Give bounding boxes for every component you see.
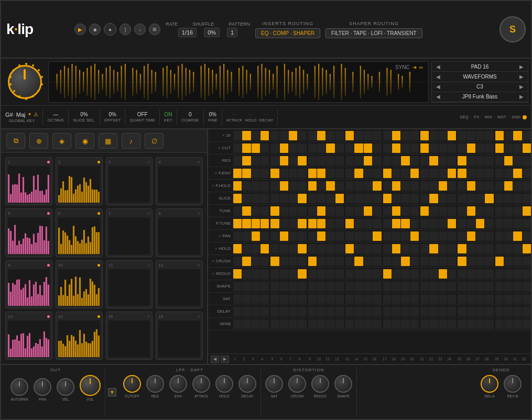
seq-step-6-10[interactable] bbox=[326, 206, 334, 216]
seq-step-2-9[interactable] bbox=[317, 156, 325, 165]
seq-step-1-17[interactable] bbox=[392, 143, 400, 153]
seq-step-11-26[interactable] bbox=[476, 269, 484, 279]
waveform-display[interactable]: SYNC ➜ ∞ bbox=[48, 61, 429, 103]
seq-step-4-21[interactable] bbox=[429, 181, 438, 191]
seq-step-15-2[interactable] bbox=[252, 319, 260, 329]
seq-step-13-2[interactable] bbox=[252, 294, 260, 304]
seq-step-7-31[interactable] bbox=[523, 219, 531, 228]
seq-step-14-5[interactable] bbox=[280, 307, 288, 316]
seq-step-7-0[interactable] bbox=[233, 219, 242, 228]
seq-step-6-7[interactable] bbox=[298, 206, 306, 216]
seq-step-1-11[interactable] bbox=[335, 143, 344, 153]
sat-knob[interactable] bbox=[265, 375, 283, 393]
seq-step-11-18[interactable] bbox=[401, 269, 409, 279]
seq-step-15-24[interactable] bbox=[458, 319, 466, 329]
seq-step-2-29[interactable] bbox=[504, 156, 513, 165]
seq-step-8-26[interactable] bbox=[476, 231, 484, 241]
seq-step-1-26[interactable] bbox=[476, 143, 484, 153]
seq-step-1-8[interactable] bbox=[308, 143, 317, 153]
seq-step-14-23[interactable] bbox=[448, 307, 456, 316]
seq-step-8-16[interactable] bbox=[383, 231, 392, 241]
seq-step-12-2[interactable] bbox=[252, 282, 260, 291]
seq-step-15-20[interactable] bbox=[420, 319, 429, 329]
seq-step-13-9[interactable] bbox=[317, 294, 325, 304]
seq-step-5-0[interactable] bbox=[233, 194, 242, 203]
seq-step-13-23[interactable] bbox=[448, 294, 456, 304]
seq-step-7-10[interactable] bbox=[326, 219, 334, 228]
preset-prev-arrow[interactable]: ◀ bbox=[436, 94, 440, 100]
seq-step-10-20[interactable] bbox=[420, 257, 429, 266]
seq-step-10-4[interactable] bbox=[270, 257, 279, 266]
seq-step-1-25[interactable] bbox=[467, 143, 475, 153]
seq-step-3-3[interactable] bbox=[260, 169, 269, 178]
seq-step-4-26[interactable] bbox=[476, 181, 484, 191]
seq-step-9-4[interactable] bbox=[270, 244, 279, 253]
seq-step-13-17[interactable] bbox=[392, 294, 400, 304]
seq-step-9-2[interactable] bbox=[252, 244, 260, 253]
pan-knob[interactable] bbox=[34, 378, 51, 396]
seq-step-5-30[interactable] bbox=[513, 194, 522, 203]
seq-step-12-21[interactable] bbox=[429, 282, 438, 291]
seq-step-4-0[interactable] bbox=[233, 181, 242, 191]
seq-step-2-4[interactable] bbox=[270, 156, 279, 165]
seq-step-9-11[interactable] bbox=[335, 244, 344, 253]
seq-step-9-26[interactable] bbox=[476, 244, 484, 253]
seq-step-10-19[interactable] bbox=[410, 257, 419, 266]
seq-step-2-2[interactable] bbox=[252, 156, 260, 165]
seq-step-10-13[interactable] bbox=[354, 257, 363, 266]
pad-cell-3[interactable]: 3 bbox=[106, 157, 153, 205]
seq-step-12-15[interactable] bbox=[373, 282, 381, 291]
seq-step-6-5[interactable] bbox=[280, 206, 288, 216]
seq-step-5-29[interactable] bbox=[504, 194, 513, 203]
seq-step-2-28[interactable] bbox=[495, 156, 504, 165]
seq-step-7-20[interactable] bbox=[420, 219, 429, 228]
cutoff-knob[interactable] bbox=[123, 375, 141, 393]
seq-step-12-20[interactable] bbox=[420, 282, 429, 291]
seq-step-2-30[interactable] bbox=[513, 156, 522, 165]
seq-step-6-15[interactable] bbox=[373, 206, 381, 216]
shuffle-value[interactable]: 0% bbox=[204, 28, 220, 37]
seq-step-14-1[interactable] bbox=[242, 307, 251, 316]
seq-step-3-5[interactable] bbox=[280, 169, 288, 178]
seq-step-9-5[interactable] bbox=[280, 244, 288, 253]
seq-step-10-8[interactable] bbox=[308, 257, 317, 266]
seq-step-7-29[interactable] bbox=[504, 219, 513, 228]
seq-step-5-10[interactable] bbox=[326, 194, 334, 203]
seq-step-12-0[interactable] bbox=[233, 282, 242, 291]
seq-step-4-23[interactable] bbox=[448, 181, 456, 191]
seq-step-1-15[interactable] bbox=[373, 143, 381, 153]
seq-step-1-4[interactable] bbox=[270, 143, 279, 153]
pad-cell-6[interactable]: 6 bbox=[56, 208, 103, 257]
seq-step-0-5[interactable] bbox=[280, 131, 288, 140]
seq-step-5-27[interactable] bbox=[485, 194, 493, 203]
seq-step-0-2[interactable] bbox=[252, 131, 260, 140]
seq-step-8-11[interactable] bbox=[335, 231, 344, 241]
seq-step-0-9[interactable] bbox=[317, 131, 325, 140]
seq-step-7-7[interactable] bbox=[298, 219, 306, 228]
seq-step-4-10[interactable] bbox=[326, 181, 334, 191]
seq-step-14-24[interactable] bbox=[458, 307, 466, 316]
seq-step-5-13[interactable] bbox=[354, 194, 363, 203]
empty-tool-button[interactable]: ∅ bbox=[145, 133, 164, 149]
seq-step-9-13[interactable] bbox=[354, 244, 363, 253]
seq-step-1-16[interactable] bbox=[383, 143, 392, 153]
seq-step-13-18[interactable] bbox=[401, 294, 409, 304]
seq-step-6-19[interactable] bbox=[410, 206, 419, 216]
seq-step-8-1[interactable] bbox=[242, 231, 251, 241]
preset-next-arrow[interactable]: ▶ bbox=[519, 94, 524, 100]
seq-step-9-27[interactable] bbox=[485, 244, 493, 253]
seq-step-15-6[interactable] bbox=[289, 319, 297, 329]
seq-step-4-9[interactable] bbox=[317, 181, 325, 191]
seq-step-1-30[interactable] bbox=[513, 143, 522, 153]
seq-step-6-21[interactable] bbox=[429, 206, 438, 216]
seq-step-2-19[interactable] bbox=[410, 156, 419, 165]
seq-step-8-0[interactable] bbox=[233, 231, 242, 241]
seq-step-1-19[interactable] bbox=[410, 143, 419, 153]
seq-step-1-1[interactable] bbox=[242, 143, 251, 153]
seq-step-13-22[interactable] bbox=[439, 294, 447, 304]
seq-scroll-right[interactable]: ▶ bbox=[221, 356, 229, 363]
seq-step-8-29[interactable] bbox=[504, 231, 513, 241]
pad-cell-5[interactable]: 5 bbox=[5, 208, 52, 257]
seq-step-11-23[interactable] bbox=[448, 269, 456, 279]
seq-step-13-20[interactable] bbox=[420, 294, 429, 304]
